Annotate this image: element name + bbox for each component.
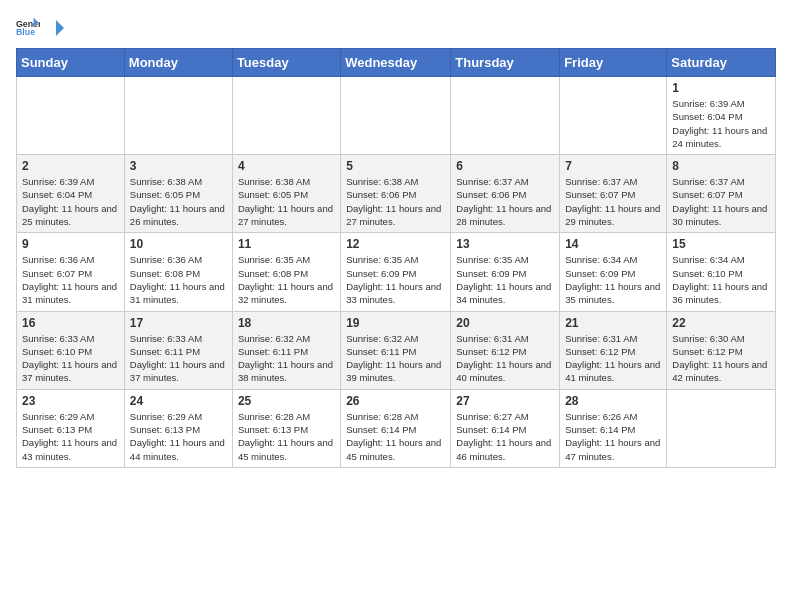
- calendar-week-row: 16Sunrise: 6:33 AM Sunset: 6:10 PM Dayli…: [17, 311, 776, 389]
- calendar-cell: 6Sunrise: 6:37 AM Sunset: 6:06 PM Daylig…: [451, 155, 560, 233]
- weekday-header-saturday: Saturday: [667, 49, 776, 77]
- calendar-cell: 2Sunrise: 6:39 AM Sunset: 6:04 PM Daylig…: [17, 155, 125, 233]
- day-info: Sunrise: 6:36 AM Sunset: 6:07 PM Dayligh…: [22, 253, 119, 306]
- calendar-cell: 20Sunrise: 6:31 AM Sunset: 6:12 PM Dayli…: [451, 311, 560, 389]
- day-number: 27: [456, 394, 554, 408]
- day-number: 2: [22, 159, 119, 173]
- calendar-week-row: 23Sunrise: 6:29 AM Sunset: 6:13 PM Dayli…: [17, 389, 776, 467]
- day-info: Sunrise: 6:32 AM Sunset: 6:11 PM Dayligh…: [238, 332, 335, 385]
- calendar-cell: 8Sunrise: 6:37 AM Sunset: 6:07 PM Daylig…: [667, 155, 776, 233]
- day-number: 15: [672, 237, 770, 251]
- day-info: Sunrise: 6:37 AM Sunset: 6:07 PM Dayligh…: [565, 175, 661, 228]
- day-info: Sunrise: 6:28 AM Sunset: 6:13 PM Dayligh…: [238, 410, 335, 463]
- day-info: Sunrise: 6:29 AM Sunset: 6:13 PM Dayligh…: [22, 410, 119, 463]
- day-number: 5: [346, 159, 445, 173]
- weekday-header-sunday: Sunday: [17, 49, 125, 77]
- day-number: 24: [130, 394, 227, 408]
- calendar-cell: 17Sunrise: 6:33 AM Sunset: 6:11 PM Dayli…: [124, 311, 232, 389]
- day-info: Sunrise: 6:35 AM Sunset: 6:09 PM Dayligh…: [346, 253, 445, 306]
- day-info: Sunrise: 6:37 AM Sunset: 6:06 PM Dayligh…: [456, 175, 554, 228]
- day-info: Sunrise: 6:34 AM Sunset: 6:10 PM Dayligh…: [672, 253, 770, 306]
- day-number: 20: [456, 316, 554, 330]
- logo-icon: General Blue: [16, 16, 40, 40]
- calendar-cell: [17, 77, 125, 155]
- day-number: 21: [565, 316, 661, 330]
- day-number: 17: [130, 316, 227, 330]
- day-info: Sunrise: 6:39 AM Sunset: 6:04 PM Dayligh…: [22, 175, 119, 228]
- logo: General Blue: [16, 16, 66, 40]
- day-info: Sunrise: 6:33 AM Sunset: 6:10 PM Dayligh…: [22, 332, 119, 385]
- day-number: 11: [238, 237, 335, 251]
- page-header: General Blue: [16, 16, 776, 40]
- svg-marker-2: [56, 20, 64, 36]
- calendar-cell: 11Sunrise: 6:35 AM Sunset: 6:08 PM Dayli…: [232, 233, 340, 311]
- calendar-cell: [451, 77, 560, 155]
- calendar-cell: 24Sunrise: 6:29 AM Sunset: 6:13 PM Dayli…: [124, 389, 232, 467]
- calendar-cell: [667, 389, 776, 467]
- day-info: Sunrise: 6:36 AM Sunset: 6:08 PM Dayligh…: [130, 253, 227, 306]
- day-info: Sunrise: 6:26 AM Sunset: 6:14 PM Dayligh…: [565, 410, 661, 463]
- svg-text:Blue: Blue: [16, 27, 35, 37]
- day-info: Sunrise: 6:32 AM Sunset: 6:11 PM Dayligh…: [346, 332, 445, 385]
- day-number: 23: [22, 394, 119, 408]
- calendar-cell: 10Sunrise: 6:36 AM Sunset: 6:08 PM Dayli…: [124, 233, 232, 311]
- calendar-cell: 4Sunrise: 6:38 AM Sunset: 6:05 PM Daylig…: [232, 155, 340, 233]
- calendar-header-row: SundayMondayTuesdayWednesdayThursdayFrid…: [17, 49, 776, 77]
- day-info: Sunrise: 6:33 AM Sunset: 6:11 PM Dayligh…: [130, 332, 227, 385]
- day-info: Sunrise: 6:39 AM Sunset: 6:04 PM Dayligh…: [672, 97, 770, 150]
- weekday-header-thursday: Thursday: [451, 49, 560, 77]
- calendar-cell: 15Sunrise: 6:34 AM Sunset: 6:10 PM Dayli…: [667, 233, 776, 311]
- day-number: 16: [22, 316, 119, 330]
- calendar-cell: 27Sunrise: 6:27 AM Sunset: 6:14 PM Dayli…: [451, 389, 560, 467]
- calendar-week-row: 1Sunrise: 6:39 AM Sunset: 6:04 PM Daylig…: [17, 77, 776, 155]
- calendar-cell: 13Sunrise: 6:35 AM Sunset: 6:09 PM Dayli…: [451, 233, 560, 311]
- day-info: Sunrise: 6:30 AM Sunset: 6:12 PM Dayligh…: [672, 332, 770, 385]
- calendar-cell: 26Sunrise: 6:28 AM Sunset: 6:14 PM Dayli…: [341, 389, 451, 467]
- calendar-cell: 3Sunrise: 6:38 AM Sunset: 6:05 PM Daylig…: [124, 155, 232, 233]
- calendar-cell: 5Sunrise: 6:38 AM Sunset: 6:06 PM Daylig…: [341, 155, 451, 233]
- calendar-cell: 7Sunrise: 6:37 AM Sunset: 6:07 PM Daylig…: [560, 155, 667, 233]
- calendar-cell: 18Sunrise: 6:32 AM Sunset: 6:11 PM Dayli…: [232, 311, 340, 389]
- day-number: 13: [456, 237, 554, 251]
- calendar-table: SundayMondayTuesdayWednesdayThursdayFrid…: [16, 48, 776, 468]
- day-info: Sunrise: 6:35 AM Sunset: 6:08 PM Dayligh…: [238, 253, 335, 306]
- day-number: 9: [22, 237, 119, 251]
- day-number: 18: [238, 316, 335, 330]
- day-number: 26: [346, 394, 445, 408]
- calendar-cell: [232, 77, 340, 155]
- day-number: 3: [130, 159, 227, 173]
- day-info: Sunrise: 6:28 AM Sunset: 6:14 PM Dayligh…: [346, 410, 445, 463]
- calendar-cell: 12Sunrise: 6:35 AM Sunset: 6:09 PM Dayli…: [341, 233, 451, 311]
- logo-arrow-icon: [46, 18, 66, 38]
- calendar-week-row: 9Sunrise: 6:36 AM Sunset: 6:07 PM Daylig…: [17, 233, 776, 311]
- day-info: Sunrise: 6:38 AM Sunset: 6:05 PM Dayligh…: [130, 175, 227, 228]
- day-info: Sunrise: 6:34 AM Sunset: 6:09 PM Dayligh…: [565, 253, 661, 306]
- day-number: 28: [565, 394, 661, 408]
- day-info: Sunrise: 6:37 AM Sunset: 6:07 PM Dayligh…: [672, 175, 770, 228]
- weekday-header-friday: Friday: [560, 49, 667, 77]
- calendar-cell: 25Sunrise: 6:28 AM Sunset: 6:13 PM Dayli…: [232, 389, 340, 467]
- day-info: Sunrise: 6:29 AM Sunset: 6:13 PM Dayligh…: [130, 410, 227, 463]
- day-number: 19: [346, 316, 445, 330]
- calendar-cell: [560, 77, 667, 155]
- day-number: 1: [672, 81, 770, 95]
- calendar-cell: [124, 77, 232, 155]
- day-number: 12: [346, 237, 445, 251]
- weekday-header-monday: Monday: [124, 49, 232, 77]
- day-number: 10: [130, 237, 227, 251]
- calendar-cell: 23Sunrise: 6:29 AM Sunset: 6:13 PM Dayli…: [17, 389, 125, 467]
- day-number: 22: [672, 316, 770, 330]
- day-info: Sunrise: 6:35 AM Sunset: 6:09 PM Dayligh…: [456, 253, 554, 306]
- day-number: 4: [238, 159, 335, 173]
- day-info: Sunrise: 6:31 AM Sunset: 6:12 PM Dayligh…: [456, 332, 554, 385]
- calendar-cell: 9Sunrise: 6:36 AM Sunset: 6:07 PM Daylig…: [17, 233, 125, 311]
- calendar-cell: 28Sunrise: 6:26 AM Sunset: 6:14 PM Dayli…: [560, 389, 667, 467]
- calendar-cell: 22Sunrise: 6:30 AM Sunset: 6:12 PM Dayli…: [667, 311, 776, 389]
- day-number: 6: [456, 159, 554, 173]
- day-info: Sunrise: 6:27 AM Sunset: 6:14 PM Dayligh…: [456, 410, 554, 463]
- day-info: Sunrise: 6:38 AM Sunset: 6:06 PM Dayligh…: [346, 175, 445, 228]
- day-number: 8: [672, 159, 770, 173]
- calendar-week-row: 2Sunrise: 6:39 AM Sunset: 6:04 PM Daylig…: [17, 155, 776, 233]
- weekday-header-tuesday: Tuesday: [232, 49, 340, 77]
- day-number: 14: [565, 237, 661, 251]
